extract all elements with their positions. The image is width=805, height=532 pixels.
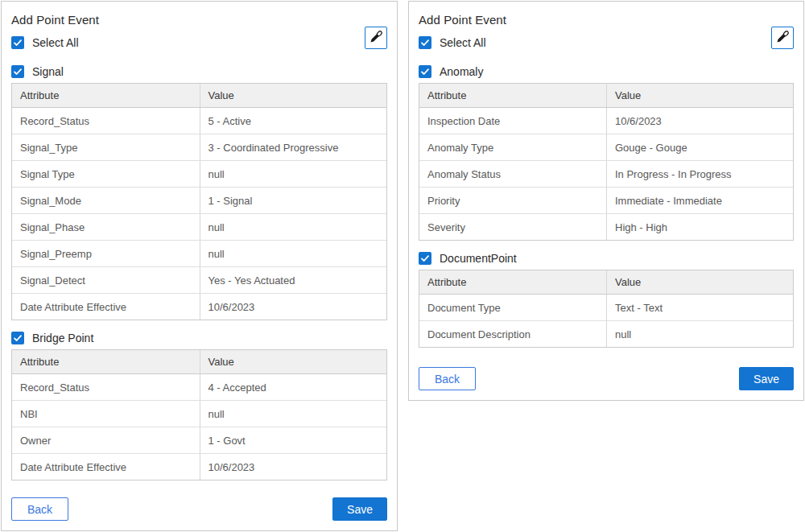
table-row: Document Descriptionnull (419, 320, 793, 347)
section-checkbox-bridge-point[interactable]: Bridge Point (11, 332, 387, 344)
cell-attribute: Date Attribute Effective (12, 294, 200, 320)
section-label: Anomaly (440, 65, 483, 78)
select-all-checkbox[interactable]: Select All (11, 36, 387, 49)
attributes-table: AttributeValueDocument TypeText - TextDo… (419, 270, 794, 348)
cell-value: 4 - Accepted (200, 374, 387, 400)
cell-value: null (200, 161, 387, 187)
eyedropper-button[interactable] (365, 27, 387, 49)
checkbox-checked-icon[interactable] (11, 65, 24, 78)
eyedropper-button[interactable] (771, 27, 794, 49)
add-point-event-panel-2: Add Point Event Select All AnomalyAttrib… (408, 1, 804, 401)
checkbox-checked-icon[interactable] (419, 252, 431, 265)
cell-value: Text - Text (606, 295, 793, 320)
cell-value: null (200, 401, 387, 427)
table-header-row: AttributeValue (12, 84, 386, 108)
select-all-label: Select All (440, 36, 486, 49)
table-header-row: AttributeValue (419, 270, 793, 295)
table-row: Inspection Date10/6/2023 (419, 108, 793, 134)
back-button[interactable]: Back (419, 367, 476, 390)
attributes-table: AttributeValueRecord_Status5 - ActiveSig… (11, 83, 387, 320)
column-header-attribute: Attribute (12, 84, 200, 107)
section-label: Bridge Point (32, 332, 93, 344)
table-row: Record_Status4 - Accepted (12, 374, 386, 400)
section-documentpoint: DocumentPointAttributeValueDocument Type… (419, 252, 794, 348)
section-checkbox-anomaly[interactable]: Anomaly (419, 65, 794, 78)
cell-attribute: Anomaly Type (419, 134, 606, 160)
cell-value: Immediate - Immediate (606, 188, 793, 213)
panel-header: Add Point Event Select All (419, 11, 794, 49)
eyedropper-icon (776, 30, 790, 46)
table-row: Record_Status5 - Active (12, 108, 386, 134)
table-row: SeverityHigh - High (419, 213, 793, 240)
section-bridge-point: Bridge PointAttributeValueRecord_Status4… (11, 332, 387, 480)
table-row: Date Attribute Effective10/6/2023 (12, 293, 386, 320)
table-row: Signal_Type3 - Coordinated Progressive (12, 134, 386, 160)
column-header-attribute: Attribute (12, 350, 200, 373)
table-row: PriorityImmediate - Immediate (419, 187, 793, 213)
panel-footer: Back Save (11, 497, 387, 521)
cell-attribute: Inspection Date (419, 108, 606, 134)
column-header-attribute: Attribute (419, 270, 606, 294)
save-button[interactable]: Save (739, 367, 794, 390)
cell-attribute: Signal_Detect (12, 267, 200, 293)
column-header-value: Value (606, 270, 793, 294)
cell-attribute: Severity (419, 214, 606, 240)
cell-attribute: Anomaly Status (419, 161, 606, 187)
table-row: Signal_Phasenull (12, 213, 386, 240)
table-row: Signal_DetectYes - Yes Actuated (12, 266, 386, 293)
cell-value: Gouge - Gouge (606, 134, 793, 160)
panel-header: Add Point Event Select All (11, 11, 387, 49)
table-row: Owner1 - Govt (12, 427, 386, 453)
cell-attribute: Date Attribute Effective (12, 454, 200, 480)
cell-attribute: Signal_Phase (12, 214, 200, 240)
column-header-attribute: Attribute (419, 84, 606, 107)
cell-value: In Progress - In Progress (606, 161, 793, 187)
cell-attribute: Record_Status (12, 374, 200, 400)
cell-value: 10/6/2023 (200, 454, 387, 480)
sections-container: AnomalyAttributeValueInspection Date10/6… (419, 49, 794, 348)
cell-attribute: Signal_Type (12, 134, 200, 160)
cell-attribute: NBI (12, 401, 200, 427)
cell-value: 3 - Coordinated Progressive (200, 134, 387, 160)
table-header-row: AttributeValue (12, 350, 386, 374)
attributes-table: AttributeValueRecord_Status4 - AcceptedN… (11, 349, 387, 480)
cell-attribute: Owner (12, 427, 200, 453)
add-point-event-panel-1: Add Point Event Select All SignalAttribu… (1, 1, 398, 531)
cell-value: null (606, 321, 793, 347)
cell-attribute: Signal_Mode (12, 188, 200, 213)
back-button[interactable]: Back (11, 497, 68, 521)
section-checkbox-documentpoint[interactable]: DocumentPoint (419, 252, 794, 265)
panel-footer: Back Save (419, 367, 794, 390)
cell-value: High - High (606, 214, 793, 240)
select-all-label: Select All (32, 36, 79, 49)
checkbox-checked-icon[interactable] (419, 65, 431, 78)
cell-attribute: Signal_Preemp (12, 241, 200, 266)
section-anomaly: AnomalyAttributeValueInspection Date10/6… (419, 65, 794, 241)
table-row: NBInull (12, 400, 386, 427)
table-row: Signal Typenull (12, 160, 386, 187)
cell-attribute: Record_Status (12, 108, 200, 134)
section-label: DocumentPoint (440, 252, 517, 265)
table-row: Date Attribute Effective10/6/2023 (12, 453, 386, 480)
section-checkbox-signal[interactable]: Signal (11, 65, 387, 78)
select-all-checkbox[interactable]: Select All (419, 36, 794, 49)
table-row: Signal_Mode1 - Signal (12, 187, 386, 213)
cell-value: 1 - Signal (200, 188, 387, 213)
column-header-value: Value (200, 84, 387, 107)
cell-attribute: Priority (419, 188, 606, 213)
checkbox-checked-icon[interactable] (11, 332, 24, 344)
table-header-row: AttributeValue (419, 84, 793, 108)
section-label: Signal (32, 65, 64, 78)
eyedropper-icon (369, 30, 383, 46)
page-title: Add Point Event (419, 13, 794, 27)
cell-value: 10/6/2023 (606, 108, 793, 134)
cell-value: 1 - Govt (200, 427, 387, 453)
column-header-value: Value (200, 350, 387, 373)
section-signal: SignalAttributeValueRecord_Status5 - Act… (11, 65, 387, 320)
table-row: Document TypeText - Text (419, 295, 793, 320)
checkbox-checked-icon[interactable] (11, 36, 24, 49)
cell-attribute: Document Description (419, 321, 606, 347)
checkbox-checked-icon[interactable] (419, 36, 431, 49)
table-row: Anomaly TypeGouge - Gouge (419, 134, 793, 160)
save-button[interactable]: Save (332, 497, 387, 521)
